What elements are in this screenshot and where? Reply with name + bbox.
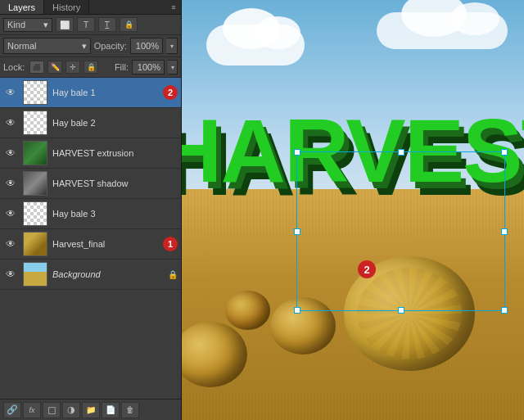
handle-mid-left[interactable]	[294, 228, 300, 235]
blend-mode-value: Normal	[7, 41, 36, 51]
layer-badge-hay-bale-1: 2	[163, 85, 178, 100]
panel-menu-button[interactable]: ≡	[166, 0, 181, 14]
layer-item-hay-bale-3[interactable]: 👁Hay bale 3	[0, 199, 181, 229]
layer-thumb-background	[23, 262, 47, 287]
tab-layers[interactable]: Layers	[0, 0, 44, 14]
fill-input[interactable]: 100%	[132, 60, 165, 75]
type-icon[interactable]: T	[77, 17, 95, 32]
layer-thumb-hay-bale-1	[23, 80, 47, 105]
visibility-toggle-background[interactable]: 👁	[3, 267, 18, 282]
layer-thumb-hay-bale-3	[23, 201, 47, 226]
visibility-toggle-harvest-final[interactable]: 👁	[3, 237, 18, 251]
lock-position-button[interactable]: ✛	[66, 61, 80, 74]
new-layer-button[interactable]: 📄	[102, 402, 120, 418]
layer-thumb-harvest-extrusion	[23, 141, 47, 165]
cloud-1	[206, 25, 305, 65]
selection-box	[296, 151, 505, 311]
layer-thumb-harvest-shadow	[23, 171, 47, 196]
layer-item-hay-bale-2[interactable]: 👁Hay bale 2	[0, 108, 181, 138]
tab-layers-label: Layers	[8, 2, 35, 12]
handle-top-left[interactable]	[294, 149, 300, 156]
layer-name-hay-bale-3: Hay bale 3	[52, 209, 178, 219]
layer-thumb-hay-bale-2	[23, 111, 47, 135]
layer-name-harvest-extrusion: HARVEST extrusion	[52, 148, 178, 158]
handle-bot-left[interactable]	[294, 307, 300, 314]
handle-top-mid[interactable]	[398, 149, 404, 156]
lock-row: Lock: ⬛ ✏️ ✛ 🔒 Fill: 100% ▾	[0, 57, 181, 78]
fill-arrow[interactable]: ▾	[168, 60, 178, 75]
kind-row: Kind ▾ ⬜ T T̲ 🔒	[0, 15, 181, 35]
visibility-toggle-hay-bale-2[interactable]: 👁	[3, 115, 18, 130]
link-layers-button[interactable]: 🔗	[3, 402, 21, 418]
opacity-arrow[interactable]: ▾	[166, 38, 178, 54]
lock-image-button[interactable]: ✏️	[47, 61, 62, 74]
blend-row: Normal ▾ Opacity: 100% ▾	[0, 35, 181, 57]
layer-badge-harvest-final: 1	[163, 237, 178, 251]
layer-item-harvest-final[interactable]: 👁Harvest_final1	[0, 229, 181, 260]
haybale-far	[225, 291, 270, 330]
layer-thumb-harvest-final	[23, 232, 47, 256]
delete-layer-button[interactable]: 🗑	[121, 402, 139, 418]
layer-item-harvest-shadow[interactable]: 👁HARVEST shadow	[0, 169, 181, 199]
smart-icon[interactable]: 🔒	[120, 17, 138, 32]
layer-name-background: Background	[52, 269, 165, 279]
layer-name-harvest-shadow: HARVEST shadow	[52, 178, 178, 188]
filter-pixel-icon[interactable]: ⬜	[56, 17, 74, 32]
shape-icon[interactable]: T̲	[98, 17, 116, 32]
canvas-area: HARVEST 2	[182, 0, 524, 420]
blend-mode-select[interactable]: Normal ▾	[3, 38, 91, 54]
lock-transparent-button[interactable]: ⬛	[29, 61, 44, 74]
layer-lock-icon-background: 🔒	[168, 270, 178, 279]
bottom-bar: 🔗 fx ◻ ◑ 📁 📄 🗑	[0, 399, 181, 420]
lock-all-button[interactable]: 🔒	[84, 61, 98, 74]
tab-history[interactable]: History	[44, 0, 89, 14]
mask-button[interactable]: ◻	[43, 402, 61, 418]
adjustment-button[interactable]: ◑	[62, 402, 80, 418]
visibility-toggle-harvest-extrusion[interactable]: 👁	[3, 146, 18, 160]
layer-name-hay-bale-1: Hay bale 1	[52, 88, 160, 97]
canvas-badge-2: 2	[358, 260, 376, 278]
fx-button[interactable]: fx	[23, 402, 41, 418]
opacity-input[interactable]: 100%	[130, 38, 163, 54]
handle-bot-right[interactable]	[501, 307, 508, 314]
group-button[interactable]: 📁	[82, 402, 100, 418]
opacity-label: Opacity:	[94, 41, 127, 51]
tab-bar: Layers History ≡	[0, 0, 181, 15]
visibility-toggle-harvest-shadow[interactable]: 👁	[3, 176, 18, 191]
layer-item-background[interactable]: 👁Background🔒	[0, 260, 181, 290]
scene-canvas: HARVEST 2	[182, 0, 524, 420]
layers-panel: Layers History ≡ Kind ▾ ⬜ T T̲ 🔒 Normal …	[0, 0, 182, 420]
layer-item-hay-bale-1[interactable]: 👁Hay bale 12	[0, 78, 181, 108]
tab-history-label: History	[52, 2, 80, 12]
handle-top-right[interactable]	[501, 149, 508, 156]
visibility-toggle-hay-bale-3[interactable]: 👁	[3, 206, 18, 221]
lock-label: Lock:	[3, 62, 25, 72]
layer-list: 👁Hay bale 12👁Hay bale 2👁HARVEST extrusio…	[0, 78, 181, 399]
visibility-toggle-hay-bale-1[interactable]: 👁	[3, 85, 18, 100]
handle-mid-right[interactable]	[501, 228, 508, 235]
fill-label: Fill:	[115, 62, 129, 72]
handle-bot-mid[interactable]	[398, 307, 404, 314]
kind-select[interactable]: Kind ▾	[3, 18, 52, 32]
cloud-2	[377, 12, 508, 49]
layer-name-harvest-final: Harvest_final	[52, 239, 160, 249]
layer-name-hay-bale-2: Hay bale 2	[52, 118, 178, 128]
layer-item-harvest-extrusion[interactable]: 👁HARVEST extrusion	[0, 138, 181, 169]
